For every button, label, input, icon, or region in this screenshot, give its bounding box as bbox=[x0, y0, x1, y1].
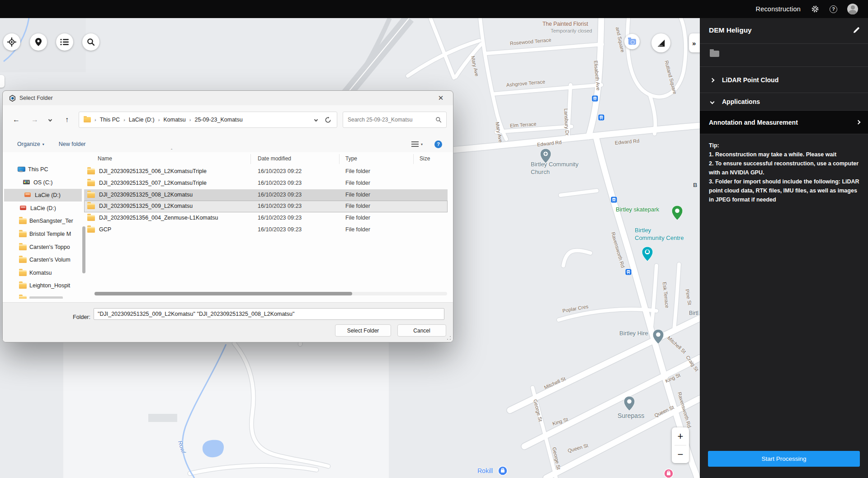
hotel-poi[interactable] bbox=[664, 469, 674, 478]
resize-grip[interactable] bbox=[447, 336, 451, 340]
search-button[interactable] bbox=[82, 33, 99, 51]
annotation-section-label: Annotation and Measurement bbox=[709, 119, 798, 126]
breadcrumb-item[interactable]: Komatsu bbox=[163, 117, 185, 123]
zoom-out-button[interactable]: − bbox=[672, 445, 689, 463]
file-name: DJI_202309251356_004_Zenmuse-L1Komatsu bbox=[99, 215, 218, 221]
map-label: Birtl bbox=[689, 310, 698, 316]
tree-item-label: BenSangster_Ter bbox=[29, 218, 73, 224]
church-pin[interactable] bbox=[540, 148, 552, 165]
tip-line: 2. To ensure successful reconstruction, … bbox=[709, 159, 861, 177]
file-row[interactable]: DJI_202309251325_006_L2KomatsuTriple16/1… bbox=[84, 166, 448, 178]
collapse-panel-button[interactable]: » bbox=[689, 33, 700, 52]
file-row[interactable]: DJI_202309251325_007_L2KomatsuTriple16/1… bbox=[84, 178, 448, 189]
map-label: B bbox=[693, 182, 697, 188]
organize-label: Organize bbox=[17, 141, 40, 147]
organize-menu[interactable]: Organize ▾ bbox=[17, 141, 44, 147]
surepass-pin[interactable] bbox=[623, 396, 635, 413]
rokill-poi[interactable] bbox=[498, 466, 508, 478]
close-icon[interactable]: ✕ bbox=[432, 92, 449, 104]
new-folder-button[interactable]: New folder bbox=[59, 141, 86, 147]
chevron-right-icon bbox=[856, 120, 861, 125]
folder-icon bbox=[19, 257, 27, 263]
folder-icon bbox=[19, 283, 27, 289]
project-folder-icon[interactable] bbox=[710, 51, 719, 57]
history-chevron-icon[interactable] bbox=[46, 112, 55, 128]
back-icon[interactable]: ← bbox=[10, 112, 23, 128]
file-name: DJI_202309251325_007_L2KomatsuTriple bbox=[99, 180, 207, 186]
transit-icon[interactable] bbox=[592, 95, 598, 103]
tree-item[interactable]: BenSangster_Ter bbox=[4, 215, 82, 227]
breadcrumb-item[interactable]: This PC bbox=[100, 117, 120, 123]
tree-item[interactable] bbox=[4, 292, 82, 299]
skatepark-pin[interactable] bbox=[671, 205, 683, 222]
applications-section[interactable]: Applications bbox=[700, 90, 868, 113]
file-type: File folder bbox=[345, 203, 370, 209]
file-date: 16/10/2023 09:23 bbox=[258, 215, 302, 221]
horizontal-scrollbar[interactable] bbox=[94, 292, 447, 295]
tree-item[interactable]: Carsten's Toppo bbox=[4, 241, 82, 253]
refresh-icon[interactable] bbox=[325, 117, 331, 123]
community-centre-pin[interactable] bbox=[642, 246, 653, 263]
column-header-date-modified[interactable]: Date modified bbox=[258, 155, 291, 162]
locate-button[interactable] bbox=[3, 33, 20, 51]
file-row[interactable]: DJI_202309251325_009_L2Komatsu16/10/2023… bbox=[84, 201, 448, 212]
transit-icon[interactable] bbox=[598, 114, 604, 122]
zoom-in-button[interactable]: + bbox=[672, 427, 689, 445]
tree-item[interactable]: Carsten's Volum bbox=[4, 253, 82, 266]
transit-icon[interactable] bbox=[611, 197, 617, 205]
address-dropdown-icon[interactable] bbox=[314, 118, 318, 122]
column-header-type[interactable]: Type bbox=[345, 155, 357, 162]
tree-item[interactable]: Leighton_Hospit bbox=[4, 279, 82, 292]
marker-button[interactable] bbox=[30, 33, 47, 51]
tree-item-label: LaCie (D:) bbox=[30, 205, 56, 211]
file-date: 16/10/2023 09:23 bbox=[258, 180, 302, 186]
dialog-help-icon[interactable]: ? bbox=[434, 141, 442, 148]
layers-list-button[interactable] bbox=[56, 33, 73, 51]
file-name: DJI_202309251325_009_L2Komatsu bbox=[99, 203, 193, 209]
start-processing-button[interactable]: Start Processing bbox=[708, 451, 860, 467]
camera-photos-button[interactable] bbox=[624, 34, 640, 49]
transit-icon[interactable] bbox=[625, 269, 632, 277]
select-folder-button[interactable]: Select Folder bbox=[335, 324, 391, 337]
cancel-button[interactable]: Cancel bbox=[397, 324, 446, 337]
folder-icon bbox=[87, 203, 95, 209]
user-avatar[interactable] bbox=[847, 4, 858, 14]
dialog-titlebar[interactable]: Select Folder bbox=[3, 91, 453, 105]
dialog-title: Select Folder bbox=[19, 95, 53, 101]
breadcrumb-item[interactable]: LaCie (D:) bbox=[129, 117, 155, 123]
views-button[interactable]: ▾ bbox=[411, 141, 423, 147]
column-header-name[interactable]: Name bbox=[98, 155, 112, 162]
file-row[interactable]: GCP16/10/2023 09:23File folder bbox=[84, 224, 448, 236]
measure-button[interactable] bbox=[651, 33, 670, 52]
folder-name-input[interactable]: "DJI_202309251325_009_L2Komatsu" "DJI_20… bbox=[94, 308, 444, 320]
search-input[interactable]: Search 25-09-23_Komatsu bbox=[343, 112, 447, 128]
tree-item[interactable]: LaCie (D:) bbox=[4, 189, 82, 202]
camera-icon bbox=[628, 39, 636, 45]
file-row[interactable]: DJI_202309251356_004_Zenmuse-L1Komatsu16… bbox=[84, 212, 448, 224]
breadcrumb-item[interactable]: 25-09-23_Komatsu bbox=[194, 117, 242, 123]
edit-pencil-icon[interactable] bbox=[853, 26, 861, 34]
tree-item[interactable]: OS (C:) bbox=[4, 176, 82, 189]
tree-item[interactable]: Bristol Temple M bbox=[4, 228, 82, 240]
tree-item[interactable]: This PC bbox=[4, 163, 82, 176]
address-bar[interactable]: ›This PC›LaCie (D:)›Komatsu›25-09-23_Kom… bbox=[79, 112, 337, 128]
birtley-hire-pin[interactable] bbox=[652, 329, 664, 346]
annotation-measurement-section[interactable]: Annotation and Measurement bbox=[700, 110, 868, 134]
lidar-section-label: LiDAR Point Cloud bbox=[722, 76, 778, 84]
tree-item[interactable]: LaCie (D:) bbox=[4, 202, 82, 215]
help-icon[interactable]: ? bbox=[830, 5, 837, 13]
lidar-point-cloud-section[interactable]: LiDAR Point Cloud bbox=[700, 69, 868, 91]
tree-item-label: This PC bbox=[28, 166, 48, 173]
up-icon[interactable]: ↑ bbox=[61, 112, 73, 128]
file-type: File folder bbox=[345, 180, 370, 186]
applications-section-label: Applications bbox=[722, 98, 760, 105]
folder-icon bbox=[19, 244, 27, 250]
sort-ascending-icon: ˆ bbox=[171, 149, 172, 154]
edge-tab[interactable] bbox=[0, 75, 5, 88]
file-row[interactable]: DJI_202309251325_008_L2Komatsu16/10/2023… bbox=[84, 189, 448, 201]
settings-gear-icon[interactable] bbox=[811, 5, 820, 14]
tree-item[interactable]: Komatsu bbox=[4, 267, 82, 279]
tree-item-label: OS (C:) bbox=[33, 179, 52, 186]
forward-icon[interactable]: → bbox=[28, 112, 41, 128]
column-header-size[interactable]: Size bbox=[420, 155, 430, 162]
